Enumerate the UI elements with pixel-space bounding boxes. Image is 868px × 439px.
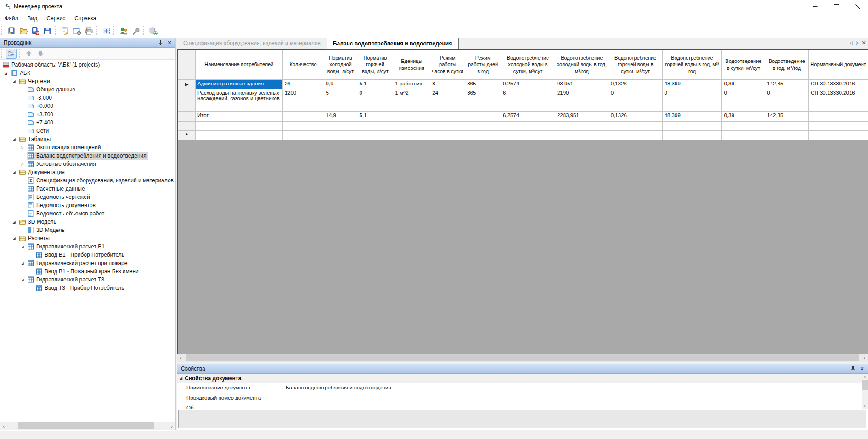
table-cell[interactable]: 2190 [555, 89, 609, 112]
tree-item[interactable]: ◢АБК [0, 69, 175, 77]
cad-editor-button[interactable] [100, 25, 112, 37]
tree-item[interactable]: Баланс водопотребления и водоотведения [0, 152, 175, 160]
table-cell[interactable] [555, 122, 609, 131]
menu-item-2[interactable]: Сервис [42, 14, 70, 23]
tree-node-box[interactable]: Расчетные данные [27, 185, 86, 193]
tree-node-box[interactable]: Гидравлический расчет Т3 [27, 276, 106, 284]
row-selector[interactable] [178, 112, 196, 122]
pin-icon[interactable] [157, 39, 163, 46]
column-header[interactable]: Еденицы измерения [393, 50, 430, 80]
column-header[interactable]: Режим работы дней в год [465, 50, 501, 80]
save-project-button[interactable] [41, 25, 53, 37]
tree-node-box[interactable]: Ввод В1 - Прибор Потребитель [35, 251, 126, 259]
table-cell[interactable] [196, 122, 283, 131]
tree-node-box[interactable]: Гидравлический расчет при пожаре [27, 259, 129, 267]
expand-icon[interactable]: ▷ [18, 146, 27, 150]
tree-item[interactable]: 3D Модель [0, 226, 175, 234]
table-cell[interactable]: 0,39 [722, 112, 765, 122]
collapse-icon[interactable]: ◢ [10, 220, 18, 224]
column-header[interactable]: Нормативный документ [809, 50, 868, 80]
tree-node-box[interactable]: Общие данные [27, 85, 77, 94]
tree-item[interactable]: ◢Чертежи [0, 77, 175, 85]
table-cell[interactable]: СП 30.13330.2016 [809, 80, 868, 89]
tree-node-box[interactable]: Ввод Т3 - Прибор Потребитель [35, 284, 125, 292]
table-cell[interactable] [393, 131, 430, 140]
tree-item[interactable]: ◢Документация [0, 168, 175, 176]
table-cell[interactable]: 5,1 [357, 80, 393, 89]
table-cell[interactable]: 0 [663, 89, 722, 112]
scrollbar-thumb[interactable] [862, 380, 868, 390]
table-cell[interactable] [609, 131, 663, 140]
close-button[interactable] [847, 0, 868, 13]
table-cell[interactable]: 0 [609, 89, 663, 112]
scrollbar-thumb[interactable] [186, 354, 859, 361]
table-cell[interactable]: 2283,951 [555, 112, 609, 122]
close-icon[interactable]: ✕ [166, 39, 173, 46]
properties-group-header[interactable]: ◢Свойства документа [177, 374, 862, 383]
tree-item[interactable]: Общие данные [0, 85, 175, 94]
table-cell[interactable] [465, 122, 501, 131]
table-cell[interactable] [609, 122, 663, 131]
tree-node-box[interactable]: Условные обозначения [27, 160, 97, 168]
table-cell[interactable] [809, 131, 868, 140]
tree-node-box[interactable]: 3D Модель [27, 226, 66, 234]
collapse-icon[interactable]: ◢ [18, 278, 27, 282]
tree-node-box[interactable]: Экспликация помещений [27, 143, 102, 152]
table-cell[interactable]: 6,2574 [501, 112, 555, 122]
column-header[interactable]: Режим работы часов в сутки [430, 50, 465, 80]
table-cell[interactable]: 14,9 [324, 112, 358, 122]
table-cell[interactable] [430, 122, 465, 131]
table-cell[interactable] [357, 122, 393, 131]
table-cell[interactable] [722, 131, 765, 140]
move-down-button[interactable] [35, 49, 46, 59]
open-project-button[interactable] [17, 25, 29, 37]
table-cell[interactable] [765, 131, 809, 140]
tree-item[interactable]: Ведомость чертежей [0, 193, 175, 201]
menu-item-1[interactable]: Вид [23, 14, 42, 23]
column-header[interactable]: Водопотребление холодной воды в год, м³/… [555, 50, 609, 80]
table-cell[interactable]: 0,1326 [609, 80, 663, 89]
expand-icon[interactable]: ▷ [18, 162, 27, 166]
tools-wrench-button[interactable] [130, 25, 141, 37]
column-header[interactable]: Водопотребление горячей воды в сутки, м³… [609, 50, 663, 80]
table-cell[interactable] [809, 112, 868, 122]
menu-item-3[interactable]: Справка [70, 14, 101, 23]
tree-node-box[interactable]: Рабочая область: 'АБК' (1 projects) [2, 61, 101, 69]
collapse-icon[interactable]: ◢ [10, 170, 18, 174]
table-cell[interactable] [663, 131, 722, 140]
tree-node-box[interactable]: +0.000 [27, 102, 55, 110]
document-properties-button[interactable] [59, 25, 71, 37]
table-cell[interactable]: 1200 [283, 89, 324, 112]
grid-hscrollbar[interactable]: ‹ › [177, 354, 868, 362]
tree-node-box[interactable]: Ведомость документов [27, 201, 97, 209]
property-value[interactable] [282, 403, 862, 409]
tree-item[interactable]: +0.000 [0, 102, 175, 110]
table-cell[interactable] [501, 122, 555, 131]
column-header[interactable]: Водопотребление горячей воды в год, м³/г… [663, 50, 722, 80]
explorer-hscrollbar[interactable]: ‹ › [0, 422, 175, 430]
expand-collapse-toggle-button[interactable] [6, 49, 17, 59]
minimize-button[interactable] [805, 0, 826, 13]
row-selector[interactable] [178, 89, 196, 112]
table-cell[interactable]: 0,39 [722, 80, 765, 89]
collapse-icon[interactable]: ◢ [18, 245, 27, 249]
table-cell[interactable]: 365 [465, 80, 501, 89]
properties-vscrollbar[interactable]: ∧ ∨ [862, 374, 868, 409]
table-cell[interactable]: 365 [465, 89, 501, 112]
tree-item[interactable]: ◢Гидравлический расчет Т3 [0, 276, 175, 284]
table-cell[interactable]: 26 [283, 80, 324, 89]
tree-item[interactable]: +3.700 [0, 110, 175, 118]
property-value[interactable]: Баланс водопотребления и водоотведения [282, 383, 862, 393]
tree-item[interactable]: Расчетные данные [0, 185, 175, 193]
table-cell[interactable] [283, 131, 324, 140]
prev-tab-icon[interactable]: ◁ [848, 39, 854, 46]
tree-node-box[interactable]: Баланс водопотребления и водоотведения [27, 152, 148, 160]
tab-1[interactable]: Баланс водопотребления и водоотведения [327, 38, 459, 49]
tree-node-box[interactable]: Ведомость чертежей [27, 193, 91, 201]
tree-node-box[interactable]: 3D Модель [18, 218, 58, 226]
next-tab-icon[interactable]: ▷ [855, 39, 860, 46]
scroll-down-icon[interactable]: ∨ [862, 403, 868, 409]
tree-item[interactable]: Ведомость документов [0, 201, 175, 209]
table-cell[interactable]: 0,2574 [501, 80, 555, 89]
move-up-button[interactable] [23, 49, 34, 59]
